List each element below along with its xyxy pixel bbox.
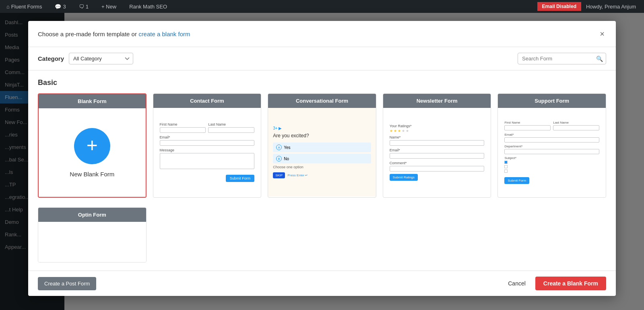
star-2: ★ bbox=[394, 129, 397, 133]
contact-form-preview: First Name Last Name Email* bbox=[160, 122, 255, 182]
conv-option-b: B No bbox=[273, 154, 371, 163]
modal-header: Choose a pre-made form template or creat… bbox=[28, 21, 616, 47]
conv-step: 3+ ▶ bbox=[273, 126, 371, 130]
nf-email-label: Email* bbox=[390, 148, 485, 152]
newsletter-form-card[interactable]: Newsletter Form Your Ratings* ★ ★ ★ ★ ★ bbox=[383, 93, 491, 198]
search-wrapper: 🔍 bbox=[518, 53, 606, 64]
star-5: ★ bbox=[406, 129, 409, 133]
optin-form-header: Optin Form bbox=[38, 208, 146, 222]
create-blank-form-button[interactable]: Create a Blank Form bbox=[535, 277, 606, 290]
conv-choose: Choose one option bbox=[273, 165, 371, 169]
category-select[interactable]: All Category Basic Advanced Payment bbox=[69, 53, 133, 64]
modal-body: Basic Blank Form + New Blank Form bbox=[28, 70, 616, 271]
search-icon-button[interactable]: 🔍 bbox=[596, 56, 603, 62]
email-disabled-badge: Email Disabled bbox=[537, 2, 581, 11]
conv-question: Are you excited? bbox=[273, 133, 371, 138]
star-ratings: ★ ★ ★ ★ ★ bbox=[390, 129, 485, 133]
admin-bar-site[interactable]: ⌂ Fluent Forms bbox=[3, 0, 45, 13]
conversational-form-header: Conversational Form bbox=[268, 94, 376, 108]
conv-option-a: A Yes bbox=[273, 143, 371, 152]
blank-form-header: Blank Form bbox=[39, 94, 146, 108]
skip-btn: SKIP bbox=[273, 172, 285, 178]
star-3: ★ bbox=[398, 129, 401, 133]
blank-form-label: New Blank Form bbox=[70, 171, 114, 178]
blank-form-card[interactable]: Blank Form + New Blank Form bbox=[38, 93, 147, 198]
support-form-body: First Name Last Name Email* bbox=[498, 108, 606, 196]
modal-overlay: Choose a pre-made form template or creat… bbox=[0, 13, 644, 310]
filter-row: Category All Category Basic Advanced Pay… bbox=[28, 47, 616, 70]
newsletter-submit-btn: Submit Ratings bbox=[390, 174, 418, 181]
contact-form-body: First Name Last Name Email* bbox=[153, 108, 261, 196]
modal-close-button[interactable]: × bbox=[598, 28, 606, 39]
category-section: Category All Category Basic Advanced Pay… bbox=[38, 53, 133, 64]
forms-grid-basic: Blank Form + New Blank Form Contact Form bbox=[38, 93, 606, 198]
home-icon: ⌂ bbox=[6, 4, 10, 10]
newsletter-form-body: Your Ratings* ★ ★ ★ ★ ★ Name* Email* bbox=[383, 108, 491, 196]
contact-submit-btn: Submit Form bbox=[226, 175, 255, 182]
basic-section-title: Basic bbox=[38, 79, 606, 87]
nf-comment-label: Comment* bbox=[390, 161, 485, 165]
nf-name-label: Name* bbox=[390, 135, 485, 139]
support-submit-btn: Submit Form bbox=[504, 177, 529, 184]
howdy-text: Howdy, Prema Anjum bbox=[581, 4, 641, 10]
conv-footer: SKIP Press Enter ↵ bbox=[273, 172, 371, 178]
modal-title: Choose a pre-made form template or creat… bbox=[38, 31, 190, 37]
modal-footer: Create a Post Form Cancel Create a Blank… bbox=[28, 271, 616, 296]
star-4: ★ bbox=[402, 129, 405, 133]
optin-form-card[interactable]: Optin Form bbox=[38, 207, 147, 262]
admin-bar-new[interactable]: + New bbox=[98, 0, 120, 13]
cancel-button[interactable]: Cancel bbox=[503, 277, 530, 290]
create-blank-link[interactable]: create a blank form bbox=[138, 31, 190, 37]
support-form-preview: First Name Last Name Email* bbox=[504, 121, 599, 184]
newsletter-form-header: Newsletter Form bbox=[383, 94, 491, 108]
optin-form-body bbox=[38, 222, 146, 262]
conversational-form-body: 3+ ▶ Are you excited? A Yes B No bbox=[268, 108, 376, 196]
star-1: ★ bbox=[390, 129, 393, 133]
plus-icon: + bbox=[87, 136, 98, 155]
search-form-input[interactable] bbox=[518, 53, 606, 64]
conv-form-preview: 3+ ▶ Are you excited? A Yes B No bbox=[268, 121, 376, 183]
form-template-modal: Choose a pre-made form template or creat… bbox=[28, 21, 616, 296]
footer-right: Cancel Create a Blank Form bbox=[503, 277, 606, 290]
blank-form-icon: + bbox=[74, 128, 110, 164]
ratings-label: Your Ratings* bbox=[390, 124, 485, 128]
admin-bar-right: Email Disabled Howdy, Prema Anjum bbox=[537, 2, 641, 11]
admin-bar: ⌂ Fluent Forms 💬 3 🗨 1 + New Rank Math S… bbox=[0, 0, 644, 13]
support-form-header: Support Form bbox=[498, 94, 606, 108]
sf-name-row: First Name Last Name bbox=[504, 121, 599, 130]
category-label: Category bbox=[38, 55, 64, 62]
support-form-card[interactable]: Support Form First Name Last Name bbox=[497, 93, 606, 198]
contact-form-card[interactable]: Contact Form First Name Last Name bbox=[153, 93, 262, 198]
admin-bar-comments[interactable]: 💬 3 bbox=[52, 0, 69, 13]
admin-bar-rank-math[interactable]: Rank Math SEO bbox=[126, 0, 170, 13]
forms-grid-second-row: Optin Form bbox=[38, 207, 606, 262]
create-post-form-button[interactable]: Create a Post Form bbox=[38, 277, 96, 290]
newsletter-form-preview: Your Ratings* ★ ★ ★ ★ ★ Name* Email* bbox=[390, 124, 485, 181]
press-enter: Press Enter ↵ bbox=[287, 174, 308, 177]
blank-form-body: + New Blank Form bbox=[39, 108, 146, 197]
sf-checkboxes bbox=[504, 161, 599, 173]
comment-icon: 💬 bbox=[55, 4, 61, 10]
contact-form-header: Contact Form bbox=[153, 94, 261, 108]
nf-name-input bbox=[390, 140, 485, 146]
comment-bubble-icon: 🗨 bbox=[79, 4, 84, 10]
conversational-form-card[interactable]: Conversational Form 3+ ▶ Are you excited… bbox=[268, 93, 376, 198]
nf-email-input bbox=[390, 153, 485, 159]
nf-comment-input bbox=[390, 166, 485, 172]
admin-bar-comment-count[interactable]: 🗨 1 bbox=[76, 0, 92, 13]
